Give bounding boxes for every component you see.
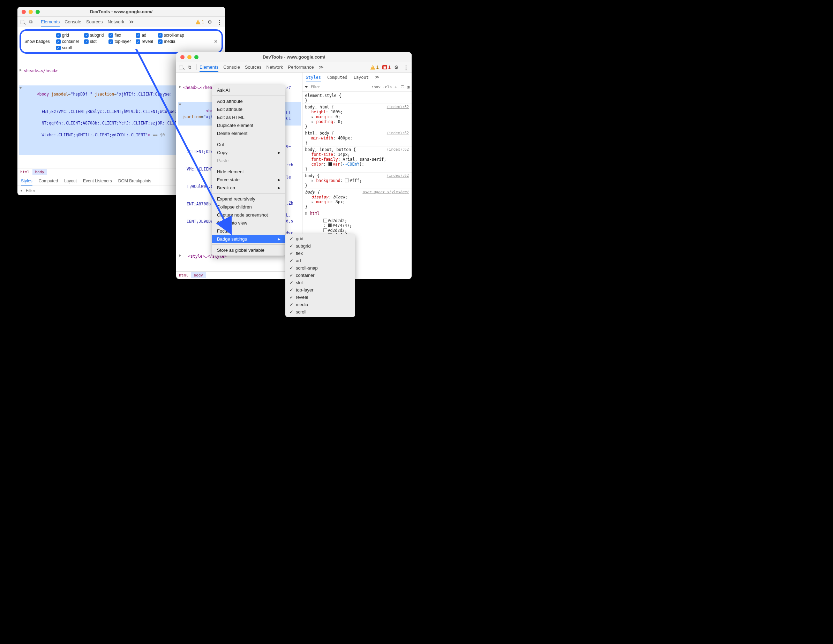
ctx-break-on[interactable]: Break on▶ <box>212 184 285 192</box>
ctx-focus[interactable]: Focus <box>212 227 285 235</box>
warning-count-b[interactable]: !1 <box>370 64 379 70</box>
close-window-icon[interactable] <box>22 10 26 14</box>
breadcrumb-b[interactable]: html body <box>176 271 302 279</box>
inspect-icon[interactable]: ↖ <box>20 19 26 25</box>
subtab-computed-b[interactable]: Computed <box>327 75 347 80</box>
swatch-row[interactable]: #d2d2d2; <box>302 218 412 223</box>
ctx-expand-recursively[interactable]: Expand recursively <box>212 195 285 203</box>
ctx-edit-attribute[interactable]: Edit attribute <box>212 105 285 113</box>
css-rule[interactable]: body, html {(index):62height: 100%;▸ mar… <box>302 104 412 130</box>
tab-sources[interactable]: Sources <box>86 19 103 24</box>
zoom-window-icon[interactable] <box>194 55 198 59</box>
kebab-icon[interactable] <box>403 64 409 70</box>
ctx-store-as-global-variable[interactable]: Store as global variable <box>212 246 285 254</box>
filter-input-b[interactable] <box>311 84 370 90</box>
tab-console[interactable]: Console <box>223 64 240 70</box>
badge-checkbox-flex[interactable]: ✓flex <box>108 33 131 38</box>
subtab-styles[interactable]: Styles <box>21 178 32 186</box>
ctx-scroll-into-view[interactable]: Scroll into view <box>212 219 285 227</box>
more-subtabs-icon[interactable] <box>375 75 381 80</box>
ctx-hide-element[interactable]: Hide element <box>212 168 285 176</box>
style-source-row[interactable]: </span> <box>302 217 412 218</box>
ctx-copy[interactable]: Copy▶ <box>212 149 285 157</box>
badge-checkbox-media[interactable]: ✓media <box>158 39 184 44</box>
error-count-b[interactable]: ◼1 <box>382 64 391 70</box>
cls-toggle[interactable]: .cls <box>383 85 392 89</box>
css-rule[interactable]: html, body {(index):62min-width: 400px;} <box>302 130 412 146</box>
badge-option-slot[interactable]: ✓slot <box>285 279 355 286</box>
more-tabs-icon[interactable] <box>129 19 135 25</box>
badge-option-flex[interactable]: ✓flex <box>285 250 355 257</box>
css-rule[interactable]: body, input, button {(index):62font-size… <box>302 146 412 173</box>
badge-checkbox-subgrid[interactable]: ✓subgrid <box>84 33 104 38</box>
ctx-capture-node-screenshot[interactable]: Capture node screenshot <box>212 211 285 219</box>
tab-sources[interactable]: Sources <box>245 64 262 70</box>
device-toolbar-icon[interactable] <box>188 64 194 70</box>
badge-checkbox-scroll[interactable]: ✓scroll <box>56 45 79 50</box>
badge-option-top-layer[interactable]: ✓top-layer <box>285 286 355 294</box>
badge-checkbox-ad[interactable]: ✓ad <box>136 33 153 38</box>
badge-checkbox-top-layer[interactable]: ✓top-layer <box>108 39 131 44</box>
ctx-delete-element[interactable]: Delete element <box>212 129 285 137</box>
subtab-layout-b[interactable]: Layout <box>354 75 369 80</box>
tab-network[interactable]: Network <box>108 19 125 24</box>
badge-checkbox-container[interactable]: ✓container <box>56 39 79 44</box>
gear-icon[interactable] <box>394 64 400 70</box>
minimize-window-icon[interactable] <box>187 55 191 59</box>
css-rule[interactable]: body {(index):62▸ background: #fff;} <box>302 173 412 189</box>
swatch-row[interactable]: : #474747; <box>302 223 412 228</box>
subtab-listeners[interactable]: Event Listeners <box>83 178 112 183</box>
tab-network[interactable]: Network <box>267 64 283 70</box>
badge-checkbox-slot[interactable]: ✓slot <box>84 39 104 44</box>
ctx-force-state[interactable]: Force state▶ <box>212 176 285 184</box>
badge-checkbox-reveal[interactable]: ✓reveal <box>136 39 153 44</box>
gear-icon[interactable] <box>207 19 213 25</box>
device-toolbar-icon[interactable] <box>29 19 35 25</box>
badge-settings-submenu[interactable]: ✓grid✓subgrid✓flex✓ad✓scroll-snap✓contai… <box>285 234 355 317</box>
subtab-computed[interactable]: Computed <box>39 178 58 183</box>
close-icon[interactable]: ✕ <box>214 39 218 44</box>
crumb-html[interactable]: html <box>18 169 32 175</box>
inspect-icon[interactable]: ↖ <box>179 64 185 70</box>
badge-checkbox-grid[interactable]: ✓grid <box>56 33 79 38</box>
ctx-cut[interactable]: Cut <box>212 141 285 149</box>
badge-option-reveal[interactable]: ✓reveal <box>285 294 355 301</box>
new-style-rule-icon[interactable]: ＋ <box>394 84 398 90</box>
ctx-collapse-children[interactable]: Collapse children <box>212 203 285 211</box>
ctx-edit-as-html[interactable]: Edit as HTML <box>212 113 285 121</box>
tab-performance[interactable]: Performance <box>288 64 314 70</box>
kebab-icon[interactable] <box>217 19 222 25</box>
ctx-badge-settings[interactable]: Badge settings▶ <box>212 235 285 243</box>
css-rule[interactable]: body {user agent stylesheetdisplay: bloc… <box>302 189 412 210</box>
hov-toggle-b[interactable]: :hov <box>371 85 381 89</box>
toggle-sidebar-icon[interactable]: ◨ <box>407 85 410 89</box>
subtab-styles-b[interactable]: Styles <box>306 75 321 82</box>
swatch-row[interactable]: #d2d2d2; <box>302 228 412 233</box>
badge-option-scroll[interactable]: ✓scroll <box>285 308 355 316</box>
subtab-layout[interactable]: Layout <box>64 178 77 183</box>
css-rule[interactable]: element.style {} <box>302 92 412 104</box>
zoom-window-icon[interactable] <box>35 10 40 14</box>
crumb-body-b[interactable]: body <box>191 272 206 278</box>
ctx-ask-ai[interactable]: Ask AI <box>212 86 285 94</box>
badge-option-grid[interactable]: ✓grid <box>285 235 355 243</box>
badge-option-media[interactable]: ✓media <box>285 301 355 308</box>
ctx-duplicate-element[interactable]: Duplicate element <box>212 121 285 129</box>
minimize-window-icon[interactable] <box>29 10 33 14</box>
tab-elements[interactable]: Elements <box>199 64 219 72</box>
crumb-body[interactable]: body <box>32 169 47 175</box>
badge-option-container[interactable]: ✓container <box>285 271 355 279</box>
badge-option-scroll-snap[interactable]: ✓scroll-snap <box>285 264 355 271</box>
badge-option-ad[interactable]: ✓ad <box>285 257 355 264</box>
badge-checkbox-scroll-snap[interactable]: ✓scroll-snap <box>158 33 184 38</box>
close-window-icon[interactable] <box>180 55 185 59</box>
crumb-html-b[interactable]: html <box>176 272 191 278</box>
subtab-dombreak[interactable]: DOM Breakpoints <box>118 178 151 183</box>
context-menu[interactable]: Ask AIAdd attributeEdit attributeEdit as… <box>212 85 285 255</box>
badge-option-subgrid[interactable]: ✓subgrid <box>285 243 355 250</box>
warning-count-a[interactable]: !1 <box>196 19 204 24</box>
tab-elements[interactable]: Elements <box>41 19 60 26</box>
computed-toggle-icon[interactable]: 🖵 <box>400 85 404 89</box>
tab-console[interactable]: Console <box>64 19 81 24</box>
more-tabs-icon[interactable] <box>319 64 325 70</box>
